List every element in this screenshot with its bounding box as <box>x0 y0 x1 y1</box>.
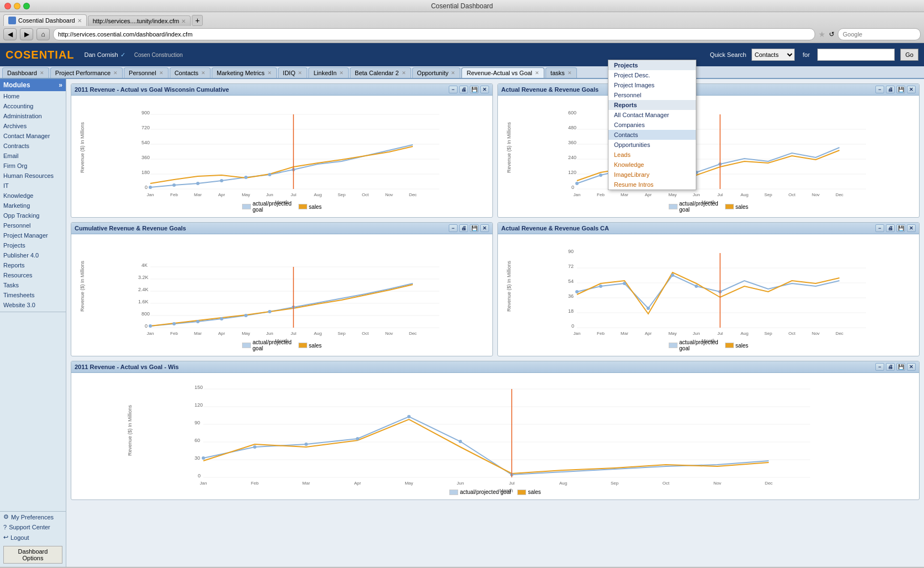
dropdown-item-projects-header[interactable]: Projects <box>608 60 696 70</box>
sidebar-item-administration[interactable]: Administration <box>0 111 66 121</box>
tab-opportunity[interactable]: Opportunity ✕ <box>412 67 461 78</box>
dropdown-item-project-images[interactable]: Project Images <box>608 80 696 90</box>
google-search-input[interactable] <box>838 28 921 40</box>
tab-marketing-metrics[interactable]: Marketing Metrics ✕ <box>212 67 277 78</box>
tab-tasks-close[interactable]: ✕ <box>568 70 572 76</box>
close-btn[interactable] <box>4 3 11 9</box>
tab-idiq[interactable]: IDIQ ✕ <box>278 67 308 78</box>
dropdown-item-resume-intros[interactable]: Resume Intros <box>608 180 696 190</box>
sidebar-support-center[interactable]: ? Support Center <box>0 522 66 532</box>
reload-button[interactable]: ↺ <box>829 30 834 38</box>
dropdown-item-companies[interactable]: Companies <box>608 120 696 130</box>
tab-revenue-close[interactable]: ✕ <box>535 70 539 76</box>
dropdown-item-opportunities[interactable]: Opportunities <box>608 140 696 150</box>
chart-2-close[interactable]: ✕ <box>907 86 916 93</box>
dropdown-item-all-contact-manager[interactable]: All Contact Manager <box>608 110 696 120</box>
sidebar-item-publisher[interactable]: Publisher 4.0 <box>0 250 66 260</box>
chart-2-save[interactable]: 💾 <box>896 86 905 93</box>
chart-4-close[interactable]: ✕ <box>907 224 916 232</box>
chart-controls-5[interactable]: − 🖨 💾 ✕ <box>875 363 916 371</box>
quick-search-select[interactable]: Contacts Projects Companies <box>752 49 795 61</box>
chart-3-print[interactable]: 🖨 <box>459 224 468 232</box>
sidebar-item-marketing[interactable]: Marketing <box>0 201 66 211</box>
sidebar-item-contact-manager[interactable]: Contact Manager <box>0 131 66 141</box>
dashboard-options-button[interactable]: Dashboard Options <box>3 546 62 564</box>
chart-5-minimize[interactable]: − <box>875 363 884 371</box>
sidebar-item-home[interactable]: Home <box>0 91 66 101</box>
sidebar-item-project-manager[interactable]: Project Manager <box>0 230 66 240</box>
sidebar-item-personnel[interactable]: Personnel <box>0 220 66 230</box>
chart-controls-4[interactable]: − 🖨 💾 ✕ <box>875 224 916 232</box>
browser-tab-1[interactable]: Cosential Dashboard ✕ <box>3 14 87 26</box>
chart-4-minimize[interactable]: − <box>875 224 884 232</box>
tab-idiq-close[interactable]: ✕ <box>298 70 302 76</box>
tab-mm-close[interactable]: ✕ <box>267 70 272 76</box>
sidebar-item-projects[interactable]: Projects <box>0 240 66 250</box>
tab-dashboard-close[interactable]: ✕ <box>40 70 44 76</box>
chart-2-print[interactable]: 🖨 <box>886 86 895 93</box>
chart-1-save[interactable]: 💾 <box>470 86 479 93</box>
home-button[interactable]: ⌂ <box>36 28 50 40</box>
tab-contacts[interactable]: Contacts ✕ <box>170 67 211 78</box>
sidebar-logout[interactable]: ↩ Logout <box>0 532 66 543</box>
sidebar-item-archives[interactable]: Archives <box>0 121 66 131</box>
sidebar-item-contracts[interactable]: Contracts <box>0 141 66 151</box>
chart-2-minimize[interactable]: − <box>875 86 884 93</box>
chart-3-close[interactable]: ✕ <box>480 224 489 232</box>
sidebar-item-knowledge[interactable]: Knowledge <box>0 191 66 201</box>
tab-personnel-close[interactable]: ✕ <box>159 70 164 76</box>
chart-4-print[interactable]: 🖨 <box>886 224 895 232</box>
dropdown-item-personnel[interactable]: Personnel <box>608 90 696 100</box>
sidebar-item-it[interactable]: IT <box>0 181 66 191</box>
tab-tasks[interactable]: tasks ✕ <box>545 67 577 78</box>
tab-project-performance[interactable]: Project Performance ✕ <box>50 67 123 78</box>
tab-opp-close[interactable]: ✕ <box>451 70 455 76</box>
tab-dashboard[interactable]: Dashboard ✕ <box>2 67 49 78</box>
chart-controls-3[interactable]: − 🖨 💾 ✕ <box>449 224 489 232</box>
quick-search-input[interactable] <box>817 49 895 61</box>
sidebar-item-resources[interactable]: Resources <box>0 270 66 280</box>
dropdown-item-reports-header[interactable]: Reports <box>608 100 696 110</box>
sidebar-collapse-button[interactable]: » <box>59 81 62 89</box>
sidebar-item-website[interactable]: Website 3.0 <box>0 300 66 310</box>
chart-1-minimize[interactable]: − <box>449 86 458 93</box>
chart-3-save[interactable]: 💾 <box>470 224 479 232</box>
min-btn[interactable] <box>14 3 20 9</box>
sidebar-item-tasks[interactable]: Tasks <box>0 280 66 290</box>
sidebar-item-reports[interactable]: Reports <box>0 260 66 270</box>
browser-tab-1-close[interactable]: ✕ <box>77 18 82 24</box>
tab-pp-close[interactable]: ✕ <box>113 70 118 76</box>
chart-1-close[interactable]: ✕ <box>480 86 489 93</box>
address-bar[interactable] <box>53 28 815 40</box>
tab-contacts-close[interactable]: ✕ <box>201 70 206 76</box>
dropdown-item-leads[interactable]: Leads <box>608 150 696 160</box>
sidebar-item-opp-tracking[interactable]: Opp Tracking <box>0 211 66 220</box>
browser-tab-2[interactable]: http://services....tunity/index.cfm ✕ <box>88 15 191 26</box>
sidebar-my-preferences[interactable]: ⚙ My Preferences <box>0 512 66 522</box>
new-tab-button[interactable]: + <box>192 15 203 26</box>
tab-linkedin[interactable]: LinkedIn ✕ <box>308 67 349 78</box>
quick-search-dropdown[interactable]: Projects Project Desc. Project Images Pe… <box>608 60 696 190</box>
browser-tab-2-close[interactable]: ✕ <box>181 18 186 24</box>
sidebar-item-email[interactable]: Email <box>0 151 66 161</box>
chart-controls-2[interactable]: − 🖨 💾 ✕ <box>875 86 916 93</box>
dropdown-item-imagelibrary[interactable]: ImageLibrary <box>608 170 696 180</box>
chart-5-close[interactable]: ✕ <box>907 363 916 371</box>
back-button[interactable]: ◀ <box>3 28 17 40</box>
quick-search-go-button[interactable]: Go <box>900 49 918 61</box>
chart-5-save[interactable]: 💾 <box>896 363 905 371</box>
chart-5-print[interactable]: 🖨 <box>886 363 895 371</box>
chart-3-minimize[interactable]: − <box>449 224 458 232</box>
bookmark-star[interactable]: ★ <box>818 30 826 39</box>
sidebar-item-firm-org[interactable]: Firm Org <box>0 161 66 171</box>
chart-4-save[interactable]: 💾 <box>896 224 905 232</box>
tab-beta-calendar[interactable]: Beta Calendar 2 ✕ <box>350 67 411 78</box>
dropdown-item-contacts[interactable]: Contacts <box>608 130 696 140</box>
dropdown-item-knowledge[interactable]: Knowledge <box>608 160 696 170</box>
tab-linkedin-close[interactable]: ✕ <box>339 70 344 76</box>
tab-bc-close[interactable]: ✕ <box>402 70 406 76</box>
forward-button[interactable]: ▶ <box>20 28 33 40</box>
sidebar-item-accounting[interactable]: Accounting <box>0 101 66 111</box>
max-btn[interactable] <box>23 3 30 9</box>
sidebar-item-human-resources[interactable]: Human Resources <box>0 171 66 181</box>
